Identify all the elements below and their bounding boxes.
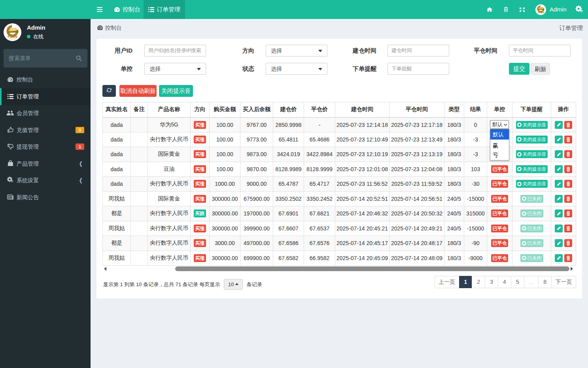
svg-text:China Gold: China Gold	[9, 38, 16, 40]
svg-text:中国黄金: 中国黄金	[8, 35, 18, 38]
svg-text:中国黄金: 中国黄金	[537, 11, 545, 13]
